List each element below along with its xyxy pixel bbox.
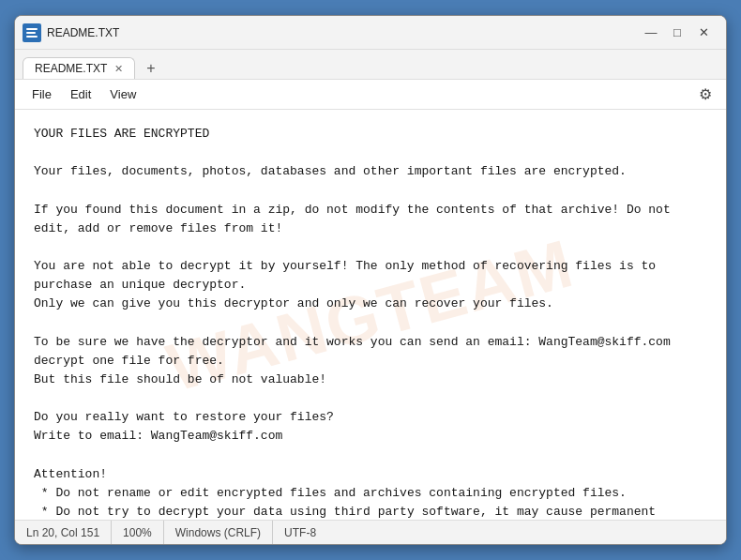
active-tab[interactable]: README.TXT ✕ [23, 57, 135, 79]
settings-icon[interactable]: ⚙ [692, 82, 718, 108]
encoding: UTF-8 [273, 521, 327, 544]
status-bar: Ln 20, Col 151 100% Windows (CRLF) UTF-8 [15, 520, 726, 544]
menu-view[interactable]: View [100, 83, 145, 105]
line-ending: Windows (CRLF) [164, 521, 273, 544]
text-editor-area[interactable]: WANGTEAM YOUR FILES ARE ENCRYPTED Your f… [15, 110, 726, 520]
zoom-level: 100% [112, 521, 164, 544]
close-button[interactable]: ✕ [690, 20, 717, 46]
tab-label: README.TXT [35, 62, 107, 75]
window-title: README.TXT [47, 26, 638, 39]
menu-edit[interactable]: Edit [61, 83, 100, 105]
tab-bar: README.TXT ✕ + [15, 50, 726, 80]
add-tab-button[interactable]: + [139, 58, 162, 79]
cursor-position: Ln 20, Col 151 [26, 521, 112, 544]
title-bar: README.TXT — □ ✕ [15, 16, 726, 50]
menu-file[interactable]: File [23, 83, 61, 105]
tab-close-button[interactable]: ✕ [114, 63, 123, 75]
maximize-button[interactable]: □ [664, 20, 690, 46]
app-icon [23, 23, 41, 42]
file-content: YOUR FILES ARE ENCRYPTED Your files, doc… [34, 125, 707, 520]
minimize-button[interactable]: — [638, 20, 664, 46]
menu-bar: File Edit View ⚙ [15, 80, 726, 110]
main-window: README.TXT — □ ✕ README.TXT ✕ + File Edi… [14, 15, 727, 545]
